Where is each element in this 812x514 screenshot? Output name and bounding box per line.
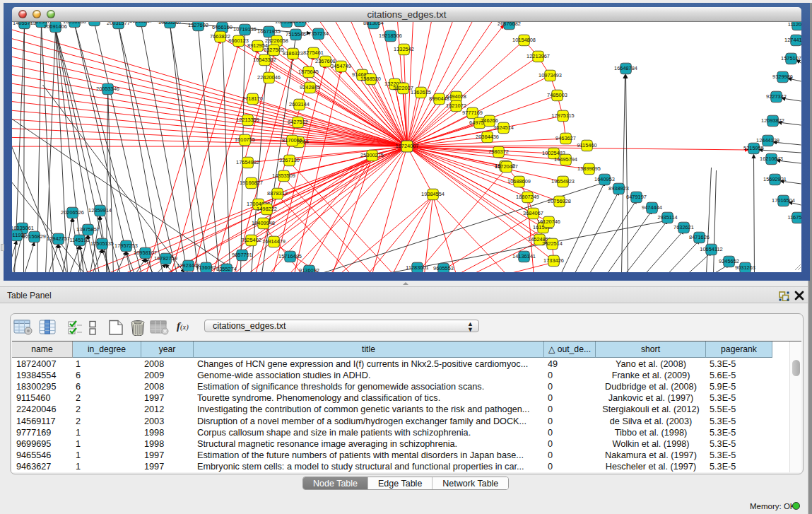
svg-text:8275461: 8275461 — [303, 49, 324, 56]
svg-text:1733426: 1733426 — [543, 257, 564, 264]
svg-text:9031263: 9031263 — [735, 264, 755, 271]
svg-text:10653267: 10653267 — [158, 22, 182, 25]
svg-text:16914479: 16914479 — [262, 238, 286, 245]
svg-text:15716485: 15716485 — [278, 253, 302, 259]
svg-text:9115460: 9115460 — [577, 142, 596, 148]
svg-text:12744129: 12744129 — [784, 37, 801, 43]
svg-text:18724007: 18724007 — [396, 143, 419, 149]
svg-text:3267130: 3267130 — [279, 157, 300, 163]
svg-text:9136092: 9136092 — [196, 264, 216, 271]
svg-text:26876682: 26876682 — [498, 22, 521, 27]
svg-text:12505135: 12505135 — [90, 240, 114, 247]
svg-text:14353509: 14353509 — [272, 173, 295, 179]
svg-text:10719135: 10719135 — [233, 26, 257, 33]
svg-text:1575107: 1575107 — [781, 55, 801, 62]
svg-text:17957253: 17957253 — [114, 243, 138, 249]
svg-text:8813054: 8813054 — [363, 22, 384, 26]
svg-text:12942757: 12942757 — [47, 235, 70, 242]
svg-text:2603144: 2603144 — [289, 101, 310, 107]
svg-text:17016504: 17016504 — [772, 197, 795, 204]
svg-text:19861022: 19861022 — [83, 22, 106, 23]
svg-text:2718170: 2718170 — [242, 95, 263, 102]
svg-text:17654982: 17654982 — [236, 159, 259, 165]
svg-text:1362615: 1362615 — [411, 89, 431, 95]
svg-text:8170065: 8170065 — [282, 137, 302, 144]
svg-text:9777169: 9777169 — [462, 110, 483, 116]
svg-text:12156829: 12156829 — [23, 233, 46, 240]
svg-text:22420046: 22420046 — [257, 74, 281, 81]
svg-text:8878312: 8878312 — [267, 190, 288, 197]
svg-text:20364436: 20364436 — [476, 134, 499, 140]
svg-text:19409948: 19409948 — [252, 220, 275, 226]
svg-text:7357234: 7357234 — [308, 30, 329, 37]
svg-text:9327505: 9327505 — [264, 47, 284, 53]
svg-text:10154808: 10154808 — [512, 37, 536, 43]
svg-text:1112065: 1112065 — [788, 22, 801, 28]
svg-text:16782759: 16782759 — [154, 255, 177, 262]
svg-text:15692921: 15692921 — [763, 176, 787, 182]
svg-text:8471626: 8471626 — [689, 234, 710, 240]
svg-text:1327602: 1327602 — [188, 22, 208, 28]
svg-text:8355274: 8355274 — [216, 266, 237, 272]
svg-text:20756928: 20756928 — [548, 198, 571, 204]
svg-text:1875645: 1875645 — [298, 69, 319, 75]
svg-text:6494028: 6494028 — [446, 93, 466, 100]
svg-text:2935114: 2935114 — [657, 214, 677, 221]
svg-text:14136141: 14136141 — [512, 253, 536, 259]
svg-text:17975115: 17975115 — [551, 112, 574, 119]
svg-text:9657791: 9657791 — [232, 252, 252, 258]
svg-text:16210643: 16210643 — [760, 156, 783, 162]
svg-text:10688609: 10688609 — [507, 178, 531, 185]
svg-text:7986372: 7986372 — [488, 148, 509, 155]
svg-text:8427512: 8427512 — [288, 119, 308, 125]
svg-text:16671935: 16671935 — [257, 28, 281, 35]
svg-text:7625402: 7625402 — [241, 237, 261, 243]
svg-text:16543362: 16543362 — [253, 57, 276, 63]
svg-text:746266: 746266 — [481, 117, 498, 124]
svg-text:15720407: 15720407 — [495, 163, 518, 170]
svg-text:1010755: 1010755 — [235, 136, 255, 143]
svg-text:1640953: 1640953 — [594, 176, 615, 182]
svg-text:1621072: 1621072 — [446, 103, 466, 109]
svg-text:14495794: 14495794 — [554, 156, 577, 163]
svg-text:20053346: 20053346 — [96, 86, 119, 92]
svg-text:12213967: 12213967 — [526, 53, 550, 59]
svg-text:9136092: 9136092 — [299, 267, 319, 272]
svg-text:9605553: 9605553 — [433, 265, 454, 271]
svg-text:7515546: 7515546 — [286, 31, 306, 37]
svg-text:1167537: 1167537 — [787, 214, 801, 221]
svg-text:10654112: 10654112 — [700, 246, 722, 252]
svg-text:18807249: 18807249 — [516, 194, 539, 200]
svg-text:20031577: 20031577 — [107, 22, 130, 26]
svg-text:16120746: 16120746 — [537, 218, 560, 225]
svg-text:12093872: 12093872 — [761, 117, 784, 124]
svg-text:10958107: 10958107 — [134, 250, 157, 256]
svg-text:1498222: 1498222 — [257, 206, 277, 212]
svg-text:12213369: 12213369 — [236, 117, 259, 123]
svg-text:9242845: 9242845 — [300, 84, 320, 90]
svg-text:9329986: 9329986 — [772, 74, 793, 80]
svg-text:10973493: 10973493 — [539, 72, 562, 78]
svg-text:8660123: 8660123 — [228, 37, 249, 44]
svg-text:9356107: 9356107 — [290, 22, 310, 24]
svg-text:9227342: 9227342 — [766, 93, 787, 100]
svg-text:25300275: 25300275 — [360, 152, 384, 158]
svg-text:16648784: 16648784 — [614, 65, 637, 71]
svg-text:19654923: 19654923 — [551, 178, 575, 185]
svg-text:1588520: 1588520 — [360, 76, 381, 82]
svg-text:3684067: 3684067 — [523, 210, 543, 216]
svg-text:13899695: 13899695 — [577, 165, 601, 172]
svg-text:16653287: 16653287 — [129, 22, 153, 24]
svg-text:7632621: 7632621 — [673, 224, 694, 230]
svg-text:12444129: 12444129 — [756, 137, 779, 144]
svg-text:5215955: 5215955 — [743, 145, 764, 151]
svg-text:9245652: 9245652 — [719, 258, 739, 264]
svg-text:2522514: 2522514 — [542, 240, 563, 247]
svg-text:3624514: 3624514 — [493, 124, 514, 131]
svg-text:23226058: 23226058 — [265, 37, 288, 44]
svg-text:8938923: 8938923 — [608, 185, 629, 192]
svg-text:7663822: 7663822 — [210, 33, 230, 40]
svg-text:19384554: 19384554 — [421, 191, 445, 197]
svg-text:3454749: 3454749 — [331, 63, 351, 69]
svg-text:19218506: 19218506 — [379, 33, 402, 39]
